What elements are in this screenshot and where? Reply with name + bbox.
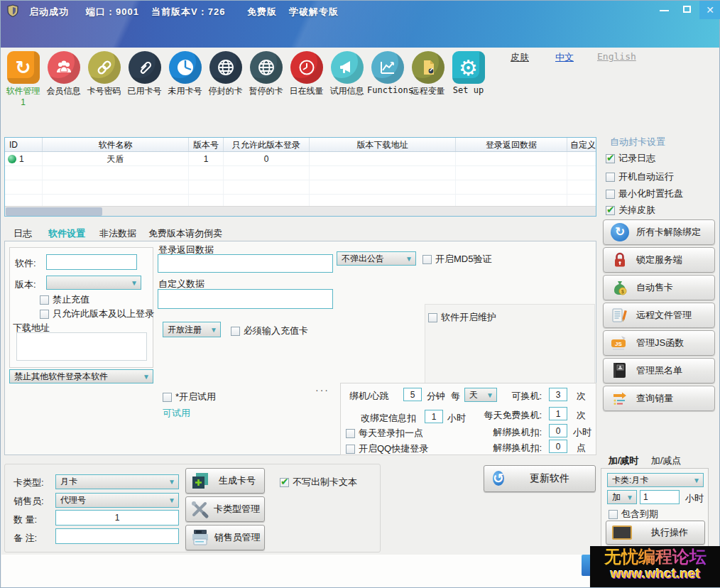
checkbox-box[interactable] <box>606 206 615 215</box>
english-link[interactable]: English <box>597 51 636 62</box>
checkbox-must-recharge-card[interactable]: 必须输入充值卡 <box>231 325 308 337</box>
checkbox-box[interactable] <box>609 510 618 519</box>
checkbox-no-recharge[interactable]: 禁止充值 <box>40 293 89 306</box>
checkbox-box[interactable] <box>606 154 615 163</box>
free-switch-input[interactable] <box>549 407 567 420</box>
minimize-button[interactable] <box>654 1 674 19</box>
checkbox-box[interactable] <box>428 313 437 322</box>
checkbox-enable-trial[interactable]: *开启试用 <box>163 391 216 403</box>
register-combo[interactable]: 开放注册▼ <box>163 322 221 337</box>
checkbox-disable-skin[interactable]: 关掉皮肤 <box>606 204 655 217</box>
rebind-input[interactable] <box>425 410 443 423</box>
port-text: 端口：9001 <box>86 6 139 18</box>
toolbar-item-trial-info[interactable]: 试用信息 <box>327 48 367 113</box>
scrollbar-thumb[interactable] <box>6 207 102 216</box>
globe-icon <box>250 51 283 84</box>
checkbox-no-card-text[interactable]: 不写出制卡文本 <box>280 476 357 489</box>
checkbox-md5[interactable]: 开启MD5验证 <box>422 253 491 266</box>
tab-free-version-notice[interactable]: 免费版本请勿倒卖 <box>143 225 228 241</box>
trial-available-link[interactable]: 可试用 <box>163 407 190 420</box>
checkbox-log[interactable]: 记录日志 <box>606 152 655 165</box>
unbind-point-input[interactable] <box>549 440 567 453</box>
switch-count-input[interactable] <box>549 388 567 401</box>
ops-card-combo[interactable]: 卡类:月卡▼ <box>607 473 704 487</box>
toolbar-item-used-cards[interactable]: 已用卡号 <box>124 48 165 113</box>
heartbeat-minutes-input[interactable] <box>403 388 422 401</box>
checkbox-box[interactable] <box>231 327 240 336</box>
remote-file-manage-button[interactable]: 远程文件管理 <box>603 303 715 328</box>
toolbar-item-daily-online[interactable]: 日在线量 <box>286 48 327 113</box>
chinese-link[interactable]: 中文 <box>555 51 574 64</box>
checkbox-box[interactable] <box>606 190 615 199</box>
close-button[interactable]: ✕ <box>699 1 720 19</box>
toolbar-item-member-info[interactable]: 会员信息 <box>43 48 84 113</box>
quantity-input[interactable] <box>55 510 179 526</box>
checkbox-maintenance[interactable]: 软件开启维护 <box>428 311 496 324</box>
execute-operation-button[interactable]: 执行操作 <box>606 521 705 545</box>
period-combo[interactable]: 天▼ <box>464 388 497 402</box>
manage-js-button[interactable]: JS 管理JS函数 <box>603 330 715 356</box>
seller-manage-button[interactable]: 销售员管理 <box>185 525 265 550</box>
forbid-other-combo[interactable]: 禁止其他软件登录本软件▼ <box>9 369 153 383</box>
col-version[interactable]: 版本号 <box>189 138 224 151</box>
toolbar-item-blocked-cards[interactable]: 停封的卡 <box>205 48 246 113</box>
lock-server-button[interactable]: 锁定服务端 <box>603 247 715 273</box>
unbind-all-cards-button[interactable]: ↻ 所有卡解除绑定 <box>603 219 715 245</box>
checkbox-box[interactable] <box>346 429 355 438</box>
checkbox-qq-login[interactable]: 开启QQ快捷登录 <box>346 442 428 455</box>
checkbox-box[interactable] <box>40 310 49 319</box>
col-id[interactable]: ID <box>5 138 43 151</box>
custom-data-input[interactable] <box>158 289 333 309</box>
tab-log[interactable]: 日志 <box>6 225 39 241</box>
software-input[interactable] <box>46 254 137 270</box>
generate-cards-button[interactable]: 生成卡号 <box>185 468 265 494</box>
checkbox-autorun[interactable]: 开机自动运行 <box>606 170 674 183</box>
login-return-input[interactable] <box>158 254 333 273</box>
ops-value-input[interactable] <box>640 490 680 504</box>
toolbar-item-unused-cards[interactable]: 未用卡号 <box>165 48 205 113</box>
manage-blacklist-button[interactable]: 管理黑名单 <box>603 358 715 383</box>
tab-add-sub-time[interactable]: 加/减时 <box>603 453 644 468</box>
checkbox-box[interactable] <box>422 255 432 264</box>
checkbox-include-expire[interactable]: 包含到期 <box>609 508 658 521</box>
toolbar-item-software-management[interactable]: ↻ 软件管理 1 <box>3 48 43 113</box>
ops-operation-combo[interactable]: 加▼ <box>607 490 637 504</box>
checkbox-box[interactable] <box>606 173 615 182</box>
tab-add-sub-points[interactable]: 加/减点 <box>645 453 687 468</box>
col-custom[interactable]: 自定义数 <box>567 138 596 151</box>
horizontal-scrollbar[interactable] <box>5 206 596 216</box>
unbind-hour-input[interactable] <box>549 424 567 437</box>
col-only-login[interactable]: 只允许此版本登录 <box>224 138 310 151</box>
card-type-combo[interactable]: 月卡▼ <box>55 474 179 489</box>
checkbox-box[interactable] <box>40 295 49 305</box>
tab-software-settings[interactable]: 软件设置 <box>40 225 93 241</box>
checkbox-minimize-tray[interactable]: 最小化时置托盘 <box>606 187 683 200</box>
tab-illegal-data[interactable]: 非法数据 <box>94 225 141 241</box>
checkbox-box[interactable] <box>163 393 172 402</box>
col-login-return[interactable]: 登录返回数据 <box>456 138 567 151</box>
col-name[interactable]: 软件名称 <box>43 138 189 151</box>
toolbar-item-functions[interactable]: Functions <box>367 48 408 113</box>
seller-combo[interactable]: 代理号▼ <box>55 493 179 508</box>
toolbar-item-card-password[interactable]: 卡号密码 <box>84 48 124 113</box>
checkbox-daily-point[interactable]: 每天登录扣一点 <box>346 427 423 440</box>
more-ellipsis[interactable]: ··· <box>315 384 329 396</box>
announcement-combo[interactable]: 不弹出公告▼ <box>337 251 416 266</box>
col-download[interactable]: 版本下载地址 <box>310 138 456 151</box>
maximize-button[interactable] <box>677 1 697 19</box>
note-input[interactable] <box>55 528 179 544</box>
toolbar-item-setup[interactable]: ⚙ Set up <box>448 48 489 113</box>
toolbar-item-remote-vars[interactable]: 远程变量 <box>408 48 448 113</box>
table-row[interactable]: 1 天盾 1 0 <box>5 152 596 166</box>
skin-link[interactable]: 皮肤 <box>511 51 529 64</box>
checkbox-box[interactable] <box>280 478 289 487</box>
toolbar-item-paused-cards[interactable]: 暂停的卡 <box>246 48 286 113</box>
checkbox-box[interactable] <box>346 445 355 454</box>
query-sales-button[interactable]: 查询销量 <box>603 386 715 411</box>
auto-sell-button[interactable]: $ 自动售卡 <box>603 275 715 300</box>
checkbox-only-above[interactable]: 只允许此版本及以上登录 <box>40 307 154 320</box>
version-combo[interactable]: ▼ <box>46 276 141 290</box>
update-software-button[interactable]: ↺ 更新软件 <box>484 465 596 492</box>
card-type-manage-button[interactable]: 卡类型管理 <box>185 496 265 522</box>
download-textarea[interactable] <box>16 332 147 361</box>
